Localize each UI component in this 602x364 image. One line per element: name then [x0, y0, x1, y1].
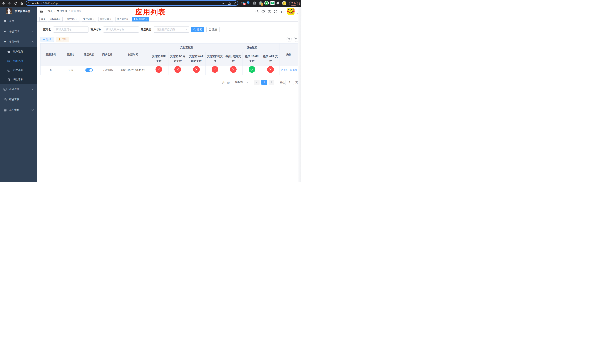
svg-text:¥: ¥ [8, 69, 10, 71]
